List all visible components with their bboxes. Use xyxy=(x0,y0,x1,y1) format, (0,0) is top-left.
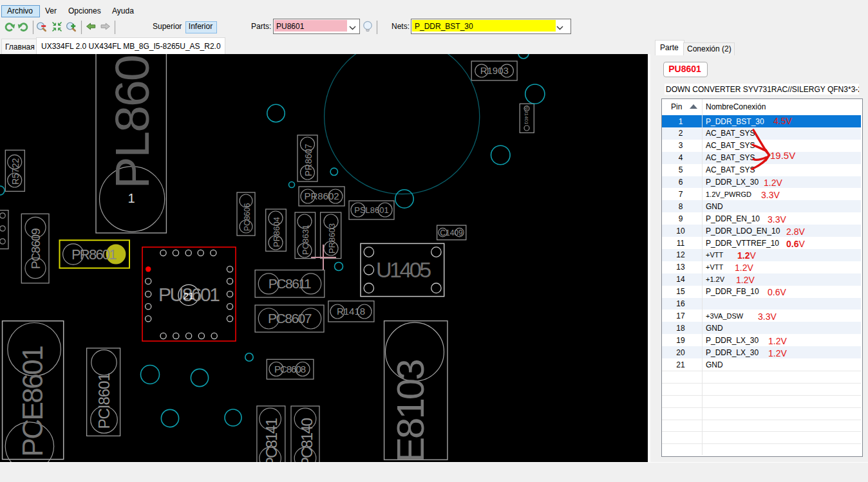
svg-text:PCE8601: PCE8601 xyxy=(17,346,48,457)
svg-text:PR8604: PR8604 xyxy=(272,217,281,247)
svg-text:PSL8601: PSL8601 xyxy=(354,205,389,215)
svg-text:PCI8601: PCI8601 xyxy=(95,373,113,429)
svg-text:R5722: R5722 xyxy=(10,158,21,185)
svg-text:PL8600: PL8600 xyxy=(105,54,159,189)
svg-text:PC8631: PC8631 xyxy=(301,225,310,255)
svg-text:PC8608: PC8608 xyxy=(274,364,306,375)
svg-text:U1405: U1405 xyxy=(376,257,431,282)
svg-text:1: 1 xyxy=(127,191,135,205)
svg-text:PC8606: PC8606 xyxy=(243,203,252,231)
svg-text:PR8603: PR8603 xyxy=(327,223,337,254)
svg-text:C1409: C1409 xyxy=(440,228,463,237)
svg-text:R1903: R1903 xyxy=(480,65,509,76)
svg-text:PR8607: PR8607 xyxy=(303,144,314,176)
svg-text:E8103: E8103 xyxy=(389,360,432,462)
svg-text:PR8602: PR8602 xyxy=(304,190,339,201)
svg-text:PC8609: PC8609 xyxy=(29,228,42,269)
svg-text:PC8607: PC8607 xyxy=(268,311,312,326)
svg-text:SU1401: SU1401 xyxy=(524,106,529,125)
svg-text:PR8601: PR8601 xyxy=(71,246,117,263)
svg-text:R1418: R1418 xyxy=(337,306,365,317)
svg-text:PC8611: PC8611 xyxy=(269,276,311,291)
svg-text:PC8140: PC8140 xyxy=(298,418,316,462)
svg-text:21: 21 xyxy=(184,290,194,301)
svg-text:PC8141: PC8141 xyxy=(263,418,280,462)
